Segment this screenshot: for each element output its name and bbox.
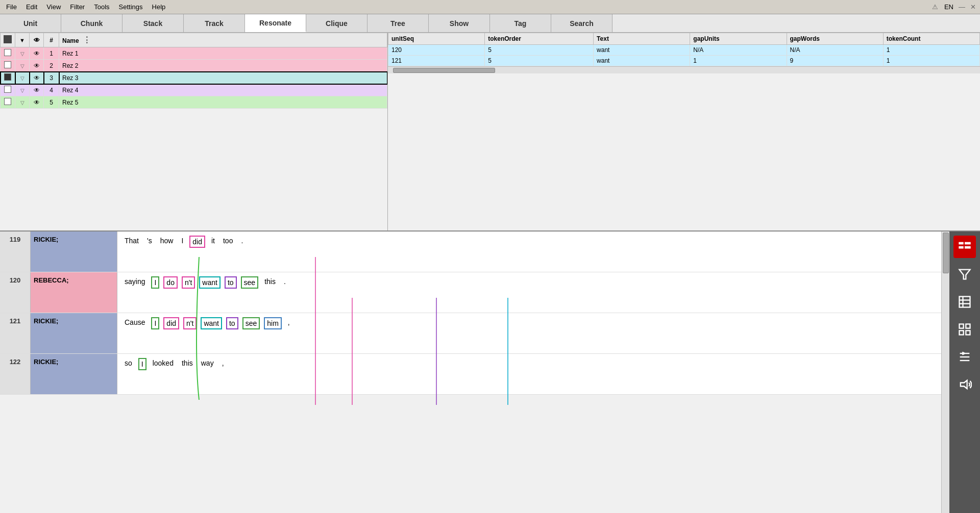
menu-view[interactable]: View (42, 2, 65, 12)
word-token[interactable]: n't (183, 317, 197, 329)
word-token[interactable]: it (209, 236, 217, 246)
row-checkbox[interactable] (4, 49, 11, 56)
word-token[interactable]: Cause (122, 317, 147, 327)
row-checkbox[interactable] (4, 86, 11, 93)
row-filter-icon[interactable]: ▽ (20, 75, 24, 81)
table-row[interactable]: ▽ 👁 1 Rez 1 (1, 47, 387, 60)
tab-tag[interactable]: Tag (490, 14, 551, 32)
tab-clique[interactable]: Clique (306, 14, 368, 32)
word-token[interactable]: this (180, 358, 195, 368)
row-checkbox[interactable] (4, 61, 11, 68)
speaker-sidebar-icon[interactable] (953, 373, 976, 396)
word-token[interactable]: did (189, 236, 205, 248)
close-icon[interactable]: ✕ (968, 3, 978, 11)
treelist-sidebar-icon[interactable] (953, 346, 976, 368)
menu-settings[interactable]: Settings (115, 2, 147, 12)
menu-edit[interactable]: Edit (22, 2, 41, 12)
word-token[interactable]: . (282, 276, 288, 287)
row-checkbox[interactable] (4, 73, 11, 81)
word-token[interactable]: see (242, 317, 260, 329)
cell-tokenorder: 5 (485, 56, 594, 66)
row-filter-icon[interactable]: ▽ (20, 63, 24, 69)
grid-sidebar-icon[interactable] (953, 318, 976, 341)
menu-help[interactable]: Help (148, 2, 170, 12)
words-cell: sayingIdon'twanttoseethis. (117, 272, 941, 313)
row-eye-icon[interactable]: 👁 (34, 99, 40, 106)
words-cell: That'showIdidittoo. (117, 232, 941, 272)
word-token[interactable]: I (151, 276, 159, 289)
table-row[interactable]: ▽ 👁 2 Rez 2 (1, 60, 387, 72)
row-checkbox[interactable] (4, 98, 11, 105)
word-token[interactable]: saying (122, 276, 147, 287)
table-row[interactable]: ▽ 👁 5 Rez 5 (1, 96, 387, 109)
word-token[interactable]: him (264, 317, 282, 329)
word-token[interactable]: , (220, 358, 226, 368)
word-token[interactable]: see (241, 276, 259, 289)
speaker-icon (958, 377, 972, 392)
word-token[interactable]: want (199, 276, 220, 289)
scrollbar-thumb[interactable] (393, 68, 495, 73)
table-icon (958, 295, 972, 309)
word-token[interactable]: 's (145, 236, 154, 246)
table-sidebar-icon[interactable] (953, 291, 976, 313)
table-row[interactable]: ▽ 👁 4 Rez 4 (1, 84, 387, 96)
word-token[interactable]: to (226, 317, 238, 329)
tab-search[interactable]: Search (551, 14, 612, 32)
word-token[interactable]: do (163, 276, 178, 289)
row-filter-icon[interactable]: ▽ (20, 100, 24, 106)
word-token[interactable]: way (199, 358, 216, 368)
col-dots-icon[interactable]: ⋮ (81, 36, 93, 44)
row-eye-icon[interactable]: 👁 (34, 62, 40, 69)
row-number: 3 (44, 72, 59, 84)
row-eye-icon[interactable]: 👁 (34, 87, 40, 94)
word-token[interactable]: this (262, 276, 278, 287)
row-filter-icon[interactable]: ▽ (20, 88, 24, 93)
word-token[interactable]: n't (182, 276, 195, 289)
lang-indicator: EN (942, 3, 955, 11)
bars-sidebar-icon[interactable] (953, 236, 976, 258)
word-token[interactable]: looked (151, 358, 176, 368)
word-token[interactable]: to (225, 276, 237, 289)
row-filter-icon[interactable]: ▽ (20, 51, 24, 57)
word-token[interactable]: , (286, 317, 292, 327)
tab-resonate[interactable]: Resonate (245, 14, 306, 32)
word-token[interactable]: I (151, 317, 159, 329)
select-all-checkbox[interactable] (4, 35, 12, 43)
table-row[interactable]: ▽ 👁 3 Rez 3 (1, 72, 387, 84)
tab-chunk[interactable]: Chunk (61, 14, 122, 32)
filter-sidebar-icon[interactable] (953, 263, 976, 286)
row-name: Rez 2 (59, 60, 387, 72)
svg-rect-12 (966, 330, 970, 335)
word-token[interactable]: . (239, 236, 245, 246)
row-name: Rez 4 (59, 84, 387, 96)
tab-track[interactable]: Track (184, 14, 245, 32)
tab-show[interactable]: Show (429, 14, 490, 32)
detail-table-row[interactable]: 121 5 want 1 9 1 (388, 56, 980, 66)
tab-tree[interactable]: Tree (368, 14, 429, 32)
name-header: Name ⋮ (59, 33, 387, 47)
tab-stack[interactable]: Stack (122, 14, 184, 32)
vert-thumb[interactable] (943, 233, 949, 273)
col-gapunits: gapUnits (690, 33, 787, 45)
minimize-icon[interactable]: — (957, 3, 967, 11)
word-token[interactable]: how (158, 236, 176, 246)
word-token[interactable]: did (163, 317, 179, 329)
speaker-label: RICKIE; (31, 313, 117, 353)
horizontal-scrollbar[interactable] (388, 66, 980, 73)
word-token[interactable]: That (122, 236, 141, 246)
row-eye-icon[interactable]: 👁 (34, 50, 40, 57)
word-token[interactable]: so (122, 358, 134, 368)
tab-unit[interactable]: Unit (0, 14, 61, 32)
menu-tools[interactable]: Tools (90, 2, 113, 12)
col-gapwords: gapWords (787, 33, 883, 45)
detail-table-row[interactable]: 120 5 want N/A N/A 1 (388, 45, 980, 56)
menu-file[interactable]: File (2, 2, 21, 12)
vertical-scrollbar[interactable] (941, 232, 949, 513)
svg-rect-0 (959, 242, 963, 245)
word-token[interactable]: too (221, 236, 235, 246)
word-token[interactable]: I (179, 236, 185, 246)
word-token[interactable]: want (201, 317, 222, 329)
word-token[interactable]: I (138, 358, 146, 370)
menu-filter[interactable]: Filter (66, 2, 89, 12)
row-eye-icon[interactable]: 👁 (34, 74, 40, 82)
